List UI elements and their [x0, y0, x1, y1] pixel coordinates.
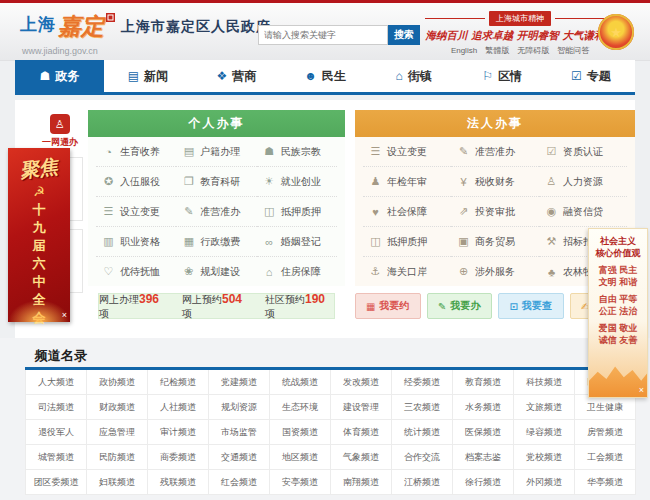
onestop-logo-icon[interactable]: ♙	[50, 114, 70, 134]
channel-link[interactable]: 市场监管	[209, 420, 270, 445]
channel-link[interactable]: 体育频道	[331, 420, 392, 445]
channel-link[interactable]: 统计频道	[392, 420, 453, 445]
channel-link[interactable]: 纪检频道	[148, 370, 209, 395]
service-item[interactable]: ☰设立变更	[96, 197, 176, 227]
search-input[interactable]	[258, 25, 388, 45]
nav-tab-专题[interactable]: ☑专题	[546, 60, 635, 92]
service-item[interactable]: ☗民族宗教	[257, 137, 337, 167]
channel-link[interactable]: 水务频道	[453, 395, 514, 420]
nav-tab-民生[interactable]: ☻民生	[281, 60, 370, 92]
channel-link[interactable]: 政协频道	[87, 370, 148, 395]
service-item[interactable]: ❐教育科研	[176, 167, 256, 197]
left-banner-close-icon[interactable]: ×	[62, 310, 67, 320]
channel-link[interactable]: 卫生健康	[575, 395, 636, 420]
nav-tab-新闻[interactable]: ▤新闻	[104, 60, 193, 92]
channel-link[interactable]: 文旅频道	[514, 395, 575, 420]
service-item[interactable]: ☑资质认证	[539, 137, 627, 167]
service-item[interactable]: ☀就业创业	[257, 167, 337, 197]
left-float-banner[interactable]: 聚焦 ☭ 十九届六中全会 ×	[8, 148, 70, 322]
channel-link[interactable]: 党建频道	[209, 370, 270, 395]
service-item[interactable]: ♡优待抚恤	[96, 257, 176, 286]
channel-link[interactable]: 工会频道	[575, 445, 636, 470]
quick-link-无障碍版[interactable]: 无障碍版	[517, 46, 549, 55]
service-item[interactable]: ⊕涉外服务	[451, 257, 539, 286]
service-item[interactable]: ☰设立变更	[363, 137, 451, 167]
service-item[interactable]: ♟年检年审	[363, 167, 451, 197]
channel-link[interactable]: 外冈频道	[514, 470, 575, 495]
channel-link[interactable]: 团区委频道	[26, 470, 87, 495]
service-item[interactable]: ▤户籍办理	[176, 137, 256, 167]
service-item[interactable]: ◉融资信贷	[539, 197, 627, 227]
service-item[interactable]: ▣商务贸易	[451, 227, 539, 257]
service-item[interactable]: ✎准营准办	[176, 197, 256, 227]
channel-link[interactable]: 江桥频道	[392, 470, 453, 495]
channel-link[interactable]: 城管频道	[26, 445, 87, 470]
channel-link[interactable]: 财政频道	[87, 395, 148, 420]
channel-link[interactable]: 南翔频道	[331, 470, 392, 495]
quick-link-繁體版[interactable]: 繁體版	[485, 46, 509, 55]
nav-tab-街镇[interactable]: ⌂街镇	[369, 60, 458, 92]
service-item[interactable]: ♥社会保障	[363, 197, 451, 227]
channel-link[interactable]: 民防频道	[87, 445, 148, 470]
service-item[interactable]: ∞婚姻登记	[257, 227, 337, 257]
channel-link[interactable]: 退役军人	[26, 420, 87, 445]
channel-link[interactable]: 绿容频道	[514, 420, 575, 445]
service-item[interactable]: ▥职业资格	[96, 227, 176, 257]
right-banner-close-icon[interactable]: ×	[639, 385, 644, 395]
site-logo[interactable]: 上海 嘉定 上海市嘉定区人民政府	[20, 13, 271, 36]
channel-link[interactable]: 人社频道	[148, 395, 209, 420]
service-item[interactable]: ⇗投资审批	[451, 197, 539, 227]
channel-link[interactable]: 三农频道	[392, 395, 453, 420]
channel-link[interactable]: 党校频道	[514, 445, 575, 470]
我要约-button[interactable]: ▦我要约	[355, 293, 421, 319]
channel-link[interactable]: 妇联频道	[87, 470, 148, 495]
channel-link[interactable]: 红会频道	[209, 470, 270, 495]
channel-link[interactable]: 房管频道	[575, 420, 636, 445]
channel-link[interactable]: 司法频道	[26, 395, 87, 420]
channel-link[interactable]: 商委频道	[148, 445, 209, 470]
channel-link[interactable]: 经委频道	[392, 370, 453, 395]
channel-link[interactable]: 华亭频道	[575, 470, 636, 495]
service-item[interactable]: ¥税收财务	[451, 167, 539, 197]
channel-link[interactable]: 统战频道	[270, 370, 331, 395]
channel-link[interactable]: 审计频道	[148, 420, 209, 445]
我要查-button[interactable]: ⊡我要查	[498, 293, 564, 319]
service-item[interactable]: ⌂住房保障	[257, 257, 337, 286]
channel-link[interactable]: 合作交流	[392, 445, 453, 470]
channel-link[interactable]: 发改频道	[331, 370, 392, 395]
service-item[interactable]: ◔生育收养	[96, 137, 176, 167]
channel-link[interactable]: 医保频道	[453, 420, 514, 445]
service-item[interactable]: ✎准营准办	[451, 137, 539, 167]
nav-tab-营商[interactable]: ❖营商	[192, 60, 281, 92]
service-item[interactable]: ◫抵押质押	[363, 227, 451, 257]
channel-link[interactable]: 残联频道	[148, 470, 209, 495]
service-item[interactable]: ✪入伍服役	[96, 167, 176, 197]
service-item[interactable]: ❀规划建设	[176, 257, 256, 286]
service-item[interactable]: ◫抵押质押	[257, 197, 337, 227]
channel-link[interactable]: 教育频道	[453, 370, 514, 395]
service-item-label: 资质认证	[563, 145, 603, 159]
channel-link[interactable]: 交通频道	[209, 445, 270, 470]
service-item[interactable]: ▦行政缴费	[176, 227, 256, 257]
channel-link[interactable]: 生态环境	[270, 395, 331, 420]
quick-link-English[interactable]: English	[451, 46, 477, 55]
quick-link-智能问答[interactable]: 智能问答	[557, 46, 589, 55]
channel-link[interactable]: 徐行频道	[453, 470, 514, 495]
channel-link[interactable]: 应急管理	[87, 420, 148, 445]
channel-link[interactable]: 人大频道	[26, 370, 87, 395]
service-item[interactable]: ⚓海关口岸	[363, 257, 451, 286]
channel-link[interactable]: 科技频道	[514, 370, 575, 395]
channel-link[interactable]: 档案志鉴	[453, 445, 514, 470]
nav-tab-政务[interactable]: ☗政务	[15, 60, 104, 92]
channel-link[interactable]: 建设管理	[331, 395, 392, 420]
personal-services-panel: 个人办事 ◔生育收养▤户籍办理☗民族宗教✪入伍服役❐教育科研☀就业创业☰设立变更…	[88, 110, 345, 319]
channel-link[interactable]: 安亭频道	[270, 470, 331, 495]
channel-link[interactable]: 地区频道	[270, 445, 331, 470]
right-float-banner[interactable]: 社会主义 核心价值观 富强 民主文明 和谐自由 平等公正 法治爱国 敬业诚信 友…	[588, 228, 648, 398]
nav-tab-区情[interactable]: ⚐区情	[458, 60, 547, 92]
我要办-button[interactable]: ✎我要办	[427, 293, 493, 319]
channel-link[interactable]: 规划资源	[209, 395, 270, 420]
channel-link[interactable]: 国资频道	[270, 420, 331, 445]
channel-link[interactable]: 气象频道	[331, 445, 392, 470]
service-item[interactable]: ♙人力资源	[539, 167, 627, 197]
